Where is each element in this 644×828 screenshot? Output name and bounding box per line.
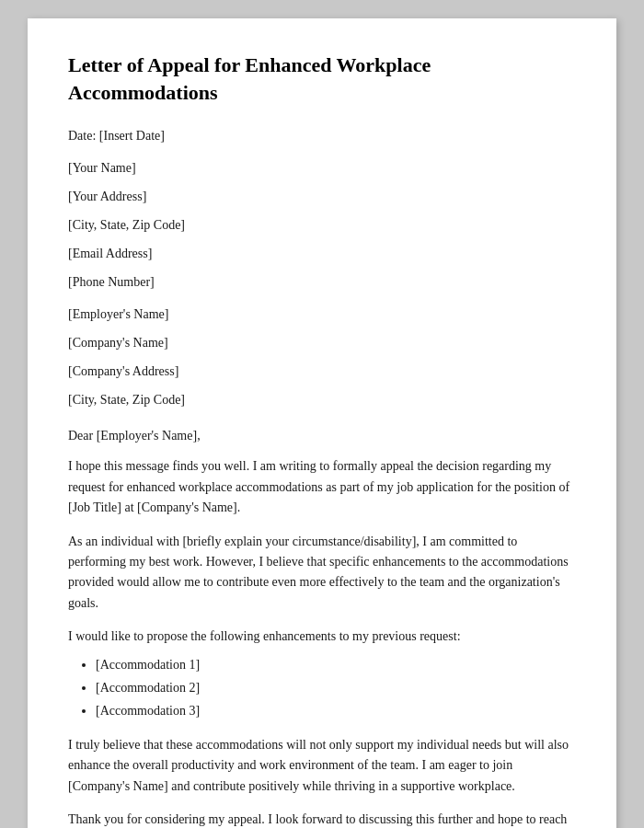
city-state-zip-1-field: [City, State, Zip Code]: [68, 215, 576, 235]
list-intro: I would like to propose the following en…: [68, 627, 576, 647]
city-state-zip-2-field: [City, State, Zip Code]: [68, 390, 576, 409]
paragraph-1: I hope this message finds you well. I am…: [68, 456, 576, 518]
list-item: [Accommodation 2]: [96, 676, 576, 699]
email-field: [Email Address]: [68, 244, 576, 263]
paragraph-2: As an individual with [briefly explain y…: [68, 532, 576, 615]
accommodation-list: [Accommodation 1] [Accommodation 2] [Acc…: [96, 653, 576, 723]
list-item: [Accommodation 1]: [96, 653, 576, 676]
employer-name-field: [Employer's Name]: [68, 305, 576, 324]
paragraph-3: I truly believe that these accommodation…: [68, 735, 576, 797]
paragraph-4: Thank you for considering my appeal. I l…: [68, 810, 576, 828]
phone-field: [Phone Number]: [68, 272, 576, 292]
salutation: Dear [Employer's Name],: [68, 426, 576, 445]
name-field: [Your Name]: [68, 158, 576, 178]
address-field: [Your Address]: [68, 187, 576, 206]
document-title: Letter of Appeal for Enhanced Workplace …: [68, 52, 576, 106]
company-name-field: [Company's Name]: [68, 333, 576, 352]
date-field: Date: [Insert Date]: [68, 126, 576, 145]
list-item: [Accommodation 3]: [96, 699, 576, 722]
document-container: Letter of Appeal for Enhanced Workplace …: [28, 18, 616, 828]
company-address-field: [Company's Address]: [68, 362, 576, 381]
